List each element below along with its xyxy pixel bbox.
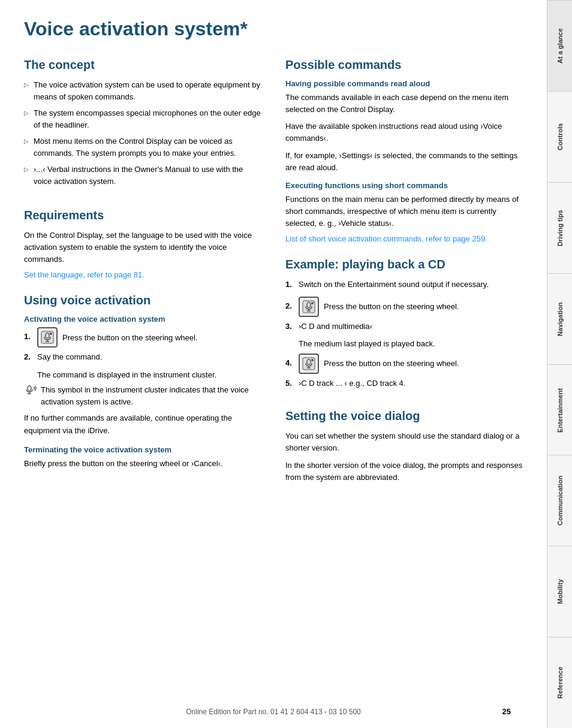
cd-step-2-text: Press the button on the steering wheel. bbox=[324, 302, 459, 311]
possible-commands-section: Possible commands Having possible comman… bbox=[285, 58, 523, 243]
activating-subtitle: Activating the voice activation system bbox=[24, 315, 261, 324]
bullet-arrow-1: ▷ bbox=[24, 79, 29, 89]
bullet-arrow-3: ▷ bbox=[24, 135, 29, 146]
bullet-arrow-2: ▷ bbox=[24, 107, 29, 117]
step-2-text: Say the command. bbox=[37, 351, 102, 363]
voice-button-icon-3 bbox=[299, 354, 319, 374]
requirements-title: Requirements bbox=[24, 209, 261, 222]
read-aloud-subtitle: Having possible commands read aloud bbox=[285, 79, 523, 88]
using-section: Using voice activation Activating the vo… bbox=[24, 294, 261, 474]
cd-step-2-icon-text: Press the button on the steering wheel. bbox=[299, 297, 459, 317]
svg-point-5 bbox=[28, 386, 31, 391]
read-aloud-body3: If, for example, ›Settings‹ is selected,… bbox=[285, 150, 523, 174]
cd-step-4-icon-text: Press the button on the steering wheel. bbox=[299, 354, 459, 374]
page-title: Voice activation system* bbox=[24, 18, 523, 40]
sidebar: At a glance Controls Driving tips Naviga… bbox=[547, 0, 572, 728]
short-commands-body1: Functions on the main menu can be perfor… bbox=[285, 194, 523, 229]
sidebar-tab-mobility[interactable]: Mobility bbox=[547, 546, 572, 637]
cd-step-1-num: 1. bbox=[285, 279, 295, 291]
cd-step-5-num: 5. bbox=[285, 377, 295, 389]
sidebar-tab-at-a-glance[interactable]: At a glance bbox=[547, 0, 572, 91]
cd-step-3: 3. ›C D and multimedia‹ bbox=[285, 321, 523, 333]
possible-commands-title: Possible commands bbox=[285, 58, 523, 72]
read-aloud-body1: The commands available in each case depe… bbox=[285, 92, 523, 116]
example-cd-section: Example: playing back a CD 1. Switch on … bbox=[285, 258, 523, 395]
cd-step-1: 1. Switch on the Entertainment sound out… bbox=[285, 279, 523, 291]
concept-title: The concept bbox=[24, 58, 261, 72]
concept-section: The concept ▷ The voice activation syste… bbox=[24, 58, 261, 194]
setting-dialog-title: Setting the voice dialog bbox=[285, 409, 523, 423]
using-title: Using voice activation bbox=[24, 294, 261, 307]
terminating-body: Briefly press the button on the steering… bbox=[24, 458, 261, 470]
read-aloud-body2: Have the available spoken instructions r… bbox=[285, 120, 523, 144]
requirements-link[interactable]: Set the language, refer to page 81. bbox=[24, 270, 144, 279]
voice-button-icon-2 bbox=[299, 297, 319, 317]
cd-step-3-num: 3. bbox=[285, 321, 295, 333]
step-2-item: 2. Say the command. bbox=[24, 351, 261, 363]
bullet-arrow-4: ▷ bbox=[24, 164, 29, 174]
sidebar-tab-communication[interactable]: Communication bbox=[547, 455, 572, 546]
cd-step-3-subtext: The medium last played is played back. bbox=[299, 338, 523, 350]
concept-bullet-3: ▷ Most menu items on the Control Display… bbox=[24, 135, 261, 159]
cd-step-5-text: ›C D track ... ‹ e.g., CD track 4. bbox=[299, 377, 405, 389]
no-commands-text: If no further commands are available, co… bbox=[24, 412, 261, 436]
cd-step-4-text: Press the button on the steering wheel. bbox=[324, 359, 459, 368]
requirements-section: Requirements On the Control Display, set… bbox=[24, 209, 261, 279]
concept-bullet-4: ▷ ›...‹ Verbal instructions in the Owner… bbox=[24, 164, 261, 187]
svg-point-4 bbox=[50, 333, 52, 335]
cd-step-1-text: Switch on the Entertainment sound output… bbox=[299, 279, 489, 291]
cd-step-3-list: 3. ›C D and multimedia‹ bbox=[285, 321, 523, 333]
terminating-subtitle: Terminating the voice activation system bbox=[24, 445, 261, 454]
symbol-note-text: This symbol in the instrument cluster in… bbox=[41, 384, 261, 407]
setting-dialog-section: Setting the voice dialog You can set whe… bbox=[285, 409, 523, 488]
step-2-list: 2. Say the command. bbox=[24, 351, 261, 363]
voice-button-icon-1 bbox=[37, 327, 58, 348]
sidebar-tab-navigation[interactable]: Navigation bbox=[547, 273, 572, 364]
cd-step-4: 4. bbox=[285, 354, 523, 374]
symbol-note: This symbol in the instrument cluster in… bbox=[24, 384, 261, 407]
cd-step-5-list: 5. ›C D track ... ‹ e.g., CD track 4. bbox=[285, 377, 523, 389]
sidebar-tab-driving-tips[interactable]: Driving tips bbox=[547, 182, 572, 273]
voice-active-symbol bbox=[24, 384, 37, 399]
sidebar-tab-controls[interactable]: Controls bbox=[547, 91, 572, 182]
step-2-num: 2. bbox=[24, 351, 34, 363]
setting-dialog-body2: In the shorter version of the voice dial… bbox=[285, 460, 523, 484]
step-1-num: 1. bbox=[24, 332, 34, 341]
short-commands-link[interactable]: List of short voice activation commands,… bbox=[285, 234, 487, 243]
cd-step-2: 2. bbox=[285, 297, 523, 317]
concept-bullet-2: ▷ The system encompasses special microph… bbox=[24, 107, 261, 131]
cd-step-5: 5. ›C D track ... ‹ e.g., CD track 4. bbox=[285, 377, 523, 389]
requirements-body: On the Control Display, set the language… bbox=[24, 229, 261, 265]
cd-step-2-num: 2. bbox=[285, 301, 295, 310]
step-1-icon-text: Press the button on the steering wheel. bbox=[37, 327, 197, 348]
sidebar-tab-entertainment[interactable]: Entertainment bbox=[547, 364, 572, 455]
cd-step-4-num: 4. bbox=[285, 358, 295, 367]
svg-point-12 bbox=[311, 302, 314, 304]
concept-bullet-list: ▷ The voice activation system can be use… bbox=[24, 79, 261, 187]
svg-point-17 bbox=[311, 359, 314, 361]
cd-step-3-text: ›C D and multimedia‹ bbox=[299, 321, 372, 333]
step-2-subtext: The command is displayed in the instrume… bbox=[37, 369, 261, 381]
page-footer: Online Edition for Part no. 01 41 2 604 … bbox=[0, 708, 547, 716]
step-1: 1. bbox=[24, 327, 261, 348]
sidebar-tab-reference[interactable]: Reference bbox=[547, 637, 572, 728]
cd-steps: 1. Switch on the Entertainment sound out… bbox=[285, 279, 523, 291]
example-cd-title: Example: playing back a CD bbox=[285, 258, 523, 271]
setting-dialog-body1: You can set whether the system should us… bbox=[285, 430, 523, 454]
step-1-text: Press the button on the steering wheel. bbox=[62, 333, 197, 342]
short-commands-subtitle: Executing functions using short commands bbox=[285, 181, 523, 190]
concept-bullet-1: ▷ The voice activation system can be use… bbox=[24, 79, 261, 102]
